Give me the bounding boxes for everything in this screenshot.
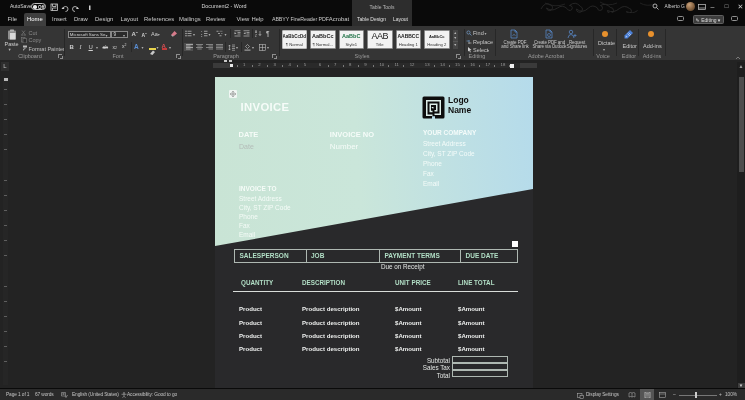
svg-text:3: 3 [201, 35, 203, 37]
svg-text:1: 1 [201, 30, 203, 32]
svg-text:Z: Z [255, 34, 257, 38]
svg-text:2: 2 [201, 33, 203, 35]
